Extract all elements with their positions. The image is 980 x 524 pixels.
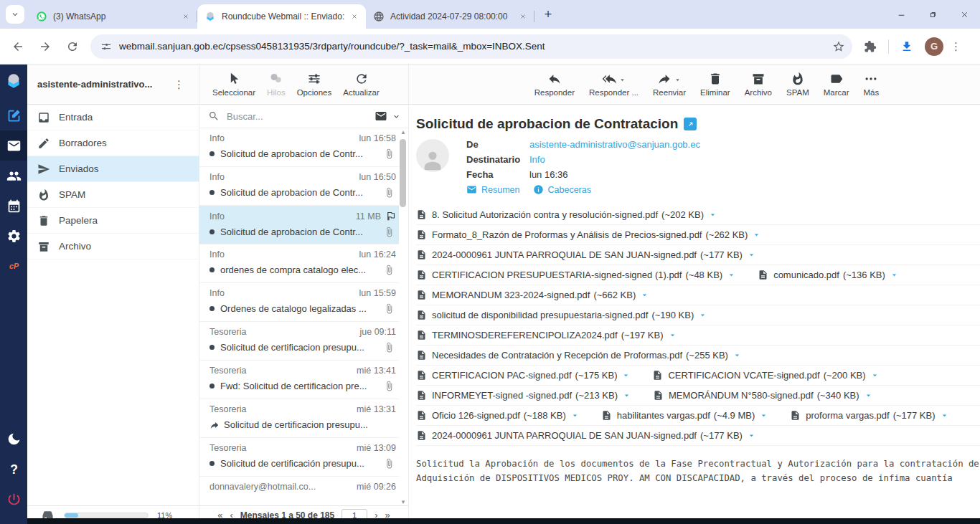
attachment[interactable]: proforma vargas.pdf (~177 KB) [790, 410, 948, 421]
folder-item[interactable]: Papelera [27, 208, 199, 234]
attachment[interactable]: Necesidades de Contratación y Recepción … [416, 350, 742, 361]
attachment-caret-icon[interactable] [621, 371, 631, 380]
browser-menu-button[interactable]: ⋮ [951, 40, 961, 53]
attachment-caret-icon[interactable] [727, 270, 736, 280]
attachment-caret-icon[interactable] [570, 411, 580, 420]
to-address[interactable]: Info [529, 154, 545, 165]
folder-item[interactable]: Archivo [27, 234, 199, 259]
attachment-name[interactable]: proforma vargas.pdf [806, 410, 889, 421]
attachment[interactable]: comunicado.pdf (~136 KB) [758, 270, 899, 280]
summary-link[interactable]: Resumen [466, 184, 520, 195]
profile-avatar[interactable]: G [925, 37, 943, 56]
folder-item[interactable]: Enviados [27, 156, 199, 182]
message-list-item[interactable]: Info lun 16:58 Solicitud de aprobacion d… [199, 128, 399, 167]
attachment-name[interactable]: CERTIFICACION PAC-signed.pdf [432, 370, 572, 381]
tab-close-button[interactable] [349, 11, 360, 22]
site-settings-icon[interactable] [100, 41, 112, 52]
new-tab-button[interactable]: + [539, 5, 557, 24]
message-list-item[interactable]: donnavalery@hotmail.co... mié 09:26 [199, 477, 399, 505]
caret-down-icon[interactable] [674, 76, 682, 84]
search-input[interactable] [225, 110, 374, 123]
attachment-caret-icon[interactable] [747, 250, 756, 259]
rail-button[interactable] [0, 251, 27, 281]
rail-button[interactable] [0, 100, 27, 130]
forward-button[interactable] [36, 37, 55, 56]
attachment[interactable]: 2024-0000961 JUNTA PARROQUIAL DE SAN JUA… [416, 249, 756, 260]
message-list-item[interactable]: Tesoreria mié 13:09 Solicitud de certifi… [199, 438, 399, 477]
forward-button[interactable]: Reenviar [653, 72, 686, 97]
reply-button[interactable]: Responder [534, 72, 575, 97]
search-chevron-icon[interactable] [392, 112, 401, 121]
rail-bottom-button[interactable] [0, 454, 27, 484]
rail-button[interactable] [0, 221, 27, 251]
attachment[interactable]: Formato_8_Razón de Proformas y Análisis … [416, 229, 761, 240]
attachment-name[interactable]: 2024-0000961 JUNTA PARROQUIAL DE SAN JUA… [432, 249, 697, 260]
attachment-caret-icon[interactable] [870, 371, 880, 380]
url-text[interactable]: webmail.sanjuan.gob.ec/cpsess0458131935/… [119, 41, 832, 52]
attachment[interactable]: CERTIFICACION VCATE-signed.pdf (~200 KB) [652, 370, 879, 381]
attachment-name[interactable]: INFORMEYET-signed -signed.pdf [432, 390, 572, 401]
message-list-item[interactable]: Tesoreria jue 09:11 Solicitud de certifi… [199, 322, 399, 361]
attachment-caret-icon[interactable] [732, 351, 742, 360]
attachment-name[interactable]: CERTIFICACION VCATE-signed.pdf [668, 370, 819, 381]
attachment-caret-icon[interactable] [668, 330, 677, 340]
attachment-name[interactable]: CERTIFICACION PRESUPUESTARIA-signed-sign… [432, 270, 682, 280]
headers-link[interactable]: Cabeceras [533, 184, 591, 195]
attachment[interactable]: MEMORANDUM 323-2024-signed.pdf (~662 KB) [416, 290, 649, 300]
flag-icon[interactable] [385, 211, 396, 221]
rail-bottom-button[interactable] [0, 424, 27, 454]
attachment-caret-icon[interactable] [747, 431, 756, 440]
scrollbar-thumb[interactable] [400, 139, 406, 207]
maximize-button[interactable] [917, 0, 948, 29]
attachment-caret-icon[interactable] [940, 411, 949, 420]
message-list-item[interactable]: Tesoreria mié 13:41 Fwd: Solicitud de ce… [199, 361, 399, 399]
rail-button[interactable] [0, 130, 27, 161]
delete-button[interactable]: Eliminar [700, 72, 730, 97]
open-in-new-window-button[interactable] [684, 118, 697, 130]
mark-button[interactable]: Marcar [824, 72, 849, 97]
address-bar[interactable]: webmail.sanjuan.gob.ec/cpsess0458131935/… [90, 34, 852, 59]
attachment-caret-icon[interactable] [708, 210, 717, 219]
minimize-button[interactable] [885, 0, 917, 29]
refresh-button[interactable]: Actualizar [343, 72, 380, 97]
attachment[interactable]: 8. Solicitud Autorización contra y resol… [416, 209, 717, 220]
folder-menu-button[interactable]: ⋮ [174, 78, 184, 91]
rail-button[interactable] [0, 191, 27, 221]
scroll-down-arrow[interactable]: ▼ [399, 499, 407, 505]
tab-search-button[interactable] [6, 5, 24, 24]
bookmark-star-icon[interactable] [832, 40, 845, 53]
attachment-name[interactable]: comunicado.pdf [773, 270, 839, 280]
attachment-caret-icon[interactable] [622, 391, 631, 400]
rail-button[interactable] [0, 161, 27, 191]
attachment[interactable]: MEMORÁNDUM N°580-signed.pdf (~340 KB) [653, 390, 873, 401]
attachment[interactable]: Oficio 126-signed.pdf (~188 KB) [416, 410, 580, 421]
attachment[interactable]: CERTIFICACION PRESUPUESTARIA-signed-sign… [416, 270, 736, 280]
folder-item[interactable]: SPAM [27, 182, 199, 208]
attachment-name[interactable]: 8. Solicitud Autorización contra y resol… [432, 209, 658, 220]
close-window-button[interactable] [948, 0, 980, 29]
attachment-name[interactable]: MEMORÁNDUM N°580-signed.pdf [669, 390, 814, 401]
attachment-caret-icon[interactable] [752, 230, 761, 239]
attachment[interactable]: 2024-0000961 JUNTA PARROQUIAL DE SAN JUA… [416, 430, 756, 441]
attachment[interactable]: CERTIFICACION PAC-signed.pdf (~175 KB) [416, 370, 631, 381]
attachment-caret-icon[interactable] [864, 391, 873, 400]
scroll-up-arrow[interactable]: ▲ [399, 129, 407, 135]
reload-button[interactable] [63, 37, 82, 56]
attachment[interactable]: TERMINOSDEREFERENCIPOLIZA2024.pdf (~197 … [416, 330, 677, 340]
attachment-caret-icon[interactable] [640, 290, 649, 300]
attachment-name[interactable]: Oficio 126-signed.pdf [432, 410, 520, 421]
attachment-name[interactable]: Necesidades de Contratación y Recepción … [432, 350, 682, 361]
search-scope-icon[interactable] [374, 110, 387, 123]
select-button[interactable]: Seleccionar [212, 72, 255, 97]
tab-close-button[interactable] [180, 11, 192, 22]
attachment-name[interactable]: TERMINOSDEREFERENCIPOLIZA2024.pdf [432, 330, 618, 340]
attachment-name[interactable]: habilitantes vargas.pdf [617, 410, 710, 421]
browser-tab[interactable]: Roundcube Webmail :: Enviado: [197, 4, 366, 29]
options-button[interactable]: Opciones [297, 72, 332, 97]
downloads-button[interactable] [899, 39, 915, 54]
extensions-button[interactable] [862, 39, 878, 54]
message-list-item[interactable]: Tesoreria mié 13:31 Solicitud de certifi… [199, 399, 399, 438]
folder-item[interactable]: Borradores [27, 130, 199, 156]
tab-close-button[interactable] [517, 11, 529, 22]
caret-down-icon[interactable] [618, 76, 626, 84]
